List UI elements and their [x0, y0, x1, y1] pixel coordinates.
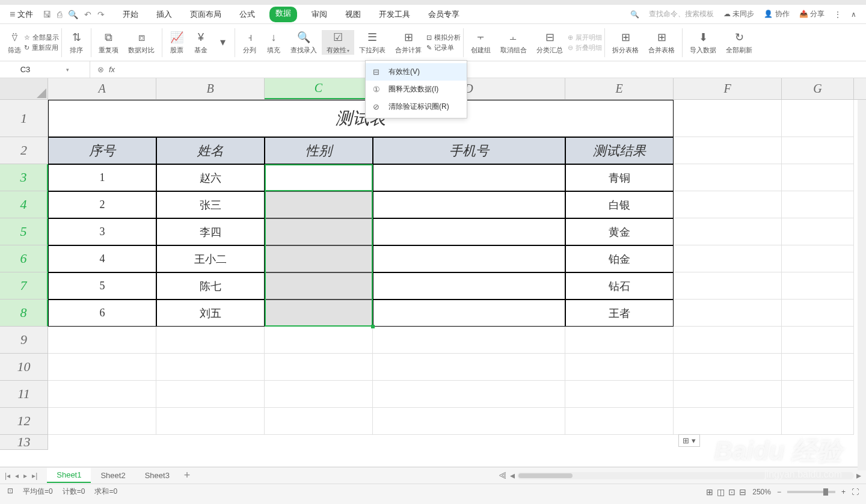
hdr-res[interactable]: 测试结果 — [565, 137, 674, 164]
hscroll-track[interactable] — [517, 472, 854, 479]
col-F[interactable]: F — [674, 78, 782, 99]
more-types-icon[interactable]: ▾ — [215, 35, 230, 49]
row-8[interactable]: 8 — [0, 300, 48, 327]
fill-icon[interactable]: ↓ — [266, 30, 281, 45]
table-row[interactable]: 2张三白银 — [48, 191, 854, 218]
fund-icon[interactable]: ¥ — [194, 30, 208, 45]
cell-res[interactable]: 王者 — [565, 300, 674, 327]
cell-name[interactable]: 李四 — [156, 218, 265, 245]
search-icon[interactable]: 🔍 — [630, 10, 639, 19]
split-icon[interactable]: ⫞ — [242, 30, 257, 45]
cell-seq[interactable]: 1 — [48, 164, 156, 191]
hamburger-icon[interactable]: ≡ — [10, 9, 15, 20]
tab-start[interactable]: 开始 — [119, 7, 142, 22]
last-sheet-icon[interactable]: ▸| — [32, 472, 37, 480]
tab-data[interactable]: 数据 — [269, 7, 297, 22]
show-all-btn[interactable]: ☆ 全部显示 — [24, 33, 59, 42]
cell-name[interactable]: 陈七 — [156, 272, 265, 300]
cell-sex[interactable] — [265, 218, 373, 245]
preview-icon[interactable]: 🔍 — [68, 10, 78, 19]
add-sheet-button[interactable]: + — [179, 469, 195, 482]
tab-view[interactable]: 视图 — [342, 7, 364, 22]
tab-layout[interactable]: 页面布局 — [186, 7, 225, 22]
sheet-tab-3[interactable]: Sheet3 — [135, 469, 179, 482]
hscroll-left2-icon[interactable]: ◂ — [510, 470, 515, 481]
sheet-tab-2[interactable]: Sheet2 — [91, 469, 135, 482]
file-menu[interactable]: 文件 — [17, 9, 33, 20]
fullscreen-icon[interactable]: ⛶ — [852, 488, 859, 496]
sync-status[interactable]: ☁ 未同步 — [723, 9, 754, 19]
cell-name[interactable]: 王小二 — [156, 245, 265, 272]
cell-seq[interactable]: 2 — [48, 191, 156, 218]
cell-name[interactable]: 刘五 — [156, 300, 265, 327]
cell-seq[interactable]: 3 — [48, 218, 156, 245]
hdr-sex[interactable]: 性别 — [265, 137, 373, 164]
sort-icon[interactable]: ⇅ — [69, 30, 84, 45]
cell-phone[interactable] — [373, 164, 565, 191]
select-all-corner[interactable] — [0, 78, 48, 99]
zoom-slider[interactable] — [787, 491, 835, 493]
funnel-icon[interactable]: ⍢ — [7, 30, 22, 45]
row-4[interactable]: 4 — [0, 191, 48, 218]
compare-icon[interactable]: ⧈ — [134, 30, 149, 45]
prev-sheet-icon[interactable]: ◂ — [15, 472, 19, 480]
cell-sex[interactable] — [265, 191, 373, 218]
merge-table-icon[interactable]: ⊞ — [654, 30, 669, 45]
cell-seq[interactable]: 4 — [48, 245, 156, 272]
tab-review[interactable]: 审阅 — [308, 7, 331, 22]
col-C[interactable]: C — [265, 78, 373, 99]
row-6[interactable]: 6 — [0, 245, 48, 272]
consolidate-icon[interactable]: ⊞ — [401, 30, 416, 45]
cell-res[interactable]: 钻石 — [565, 272, 674, 300]
table-row[interactable]: 1赵六青铜 — [48, 164, 854, 191]
print-icon[interactable]: ⎙ — [57, 10, 62, 19]
row-1[interactable]: 1 — [0, 100, 48, 137]
split-view-icon[interactable]: ⊟ — [739, 487, 746, 497]
normal-view-icon[interactable]: ⊞ — [706, 487, 713, 497]
col-E[interactable]: E — [565, 78, 674, 99]
cell-phone[interactable] — [373, 300, 565, 327]
lookup-icon[interactable]: 🔍 — [296, 30, 311, 45]
cell-phone[interactable] — [373, 245, 565, 272]
dropdown-icon[interactable]: ☰ — [365, 30, 379, 45]
expand-icon[interactable]: ∧ — [851, 10, 856, 19]
table-row[interactable]: 5陈七钻石 — [48, 272, 854, 300]
cell-res[interactable]: 白银 — [565, 191, 674, 218]
row-5[interactable]: 5 — [0, 218, 48, 245]
row-7[interactable]: 7 — [0, 272, 48, 300]
context-circle-invalid[interactable]: ①圈释无效数据(I) — [366, 81, 467, 98]
row-10[interactable]: 10 — [0, 354, 48, 381]
cell-sex[interactable] — [265, 272, 373, 300]
tab-vip[interactable]: 会员专享 — [425, 7, 463, 22]
table-row[interactable]: 4王小二铂金 — [48, 245, 854, 272]
group-icon[interactable]: ⫟ — [474, 30, 488, 45]
row-2[interactable]: 2 — [0, 137, 48, 164]
refresh-icon[interactable]: ↻ — [732, 30, 746, 45]
cell-name[interactable]: 赵六 — [156, 164, 265, 191]
sheet-tab-1[interactable]: Sheet1 — [47, 468, 91, 483]
smart-tag[interactable]: ⊞ ▾ — [678, 434, 700, 447]
col-G[interactable]: G — [782, 78, 854, 99]
hscroll-thumb[interactable] — [518, 473, 573, 478]
name-box[interactable]: C3▾ — [0, 61, 90, 78]
row-12[interactable]: 12 — [0, 408, 48, 435]
cell-sex[interactable] — [265, 245, 373, 272]
stock-icon[interactable]: 📈 — [170, 30, 184, 45]
expand-btn[interactable]: ⊕ 展开明细 — [568, 33, 602, 42]
cells[interactable]: 测试表 序号 姓名 性别 手机号 测试结果 1赵六青铜2张三白银3李四黄金4王小… — [48, 100, 854, 450]
redo-icon[interactable]: ↷ — [97, 10, 105, 19]
tab-insert[interactable]: 插入 — [153, 7, 176, 22]
cell-res[interactable]: 青铜 — [565, 164, 674, 191]
search-hint[interactable]: 查找命令、搜索模板 — [649, 9, 714, 19]
import-icon[interactable]: ⬇ — [696, 30, 710, 45]
hdr-name[interactable]: 姓名 — [156, 137, 265, 164]
cell-sex[interactable] — [265, 300, 373, 327]
collapse-btn[interactable]: ⊖ 折叠明细 — [568, 43, 602, 52]
ungroup-icon[interactable]: ⫠ — [506, 30, 521, 45]
hdr-phone[interactable]: 手机号 — [373, 137, 565, 164]
vertical-scrollbar[interactable] — [858, 100, 866, 470]
record-btn[interactable]: ✎ 记录单 — [426, 43, 461, 52]
undo-icon[interactable]: ↶ — [84, 10, 91, 19]
cell-seq[interactable]: 5 — [48, 272, 156, 300]
validity-icon[interactable]: ☑ — [331, 30, 345, 45]
